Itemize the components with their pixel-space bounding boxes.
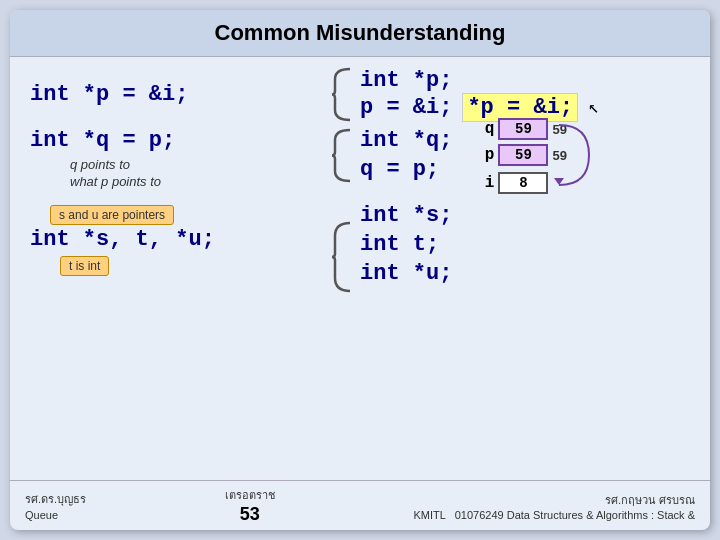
brace3 — [325, 203, 360, 293]
section3-right: int *s; int t; int *u; — [360, 203, 452, 286]
footer-author3: รศ.กฤษวน ศรบรณ — [605, 491, 695, 509]
mem-cell-q: 59 — [498, 118, 548, 140]
hint-box-pointers: s and u are pointers — [50, 205, 174, 225]
section1-left: int *p = &i; — [30, 82, 325, 107]
mem-label-q: q — [472, 120, 494, 138]
title-text: Common Misunderstanding — [215, 20, 506, 45]
footer-right: รศ.กฤษวน ศรบรณ KMITL 01076249 Data Struc… — [414, 491, 695, 521]
footer-center: เตรอตราช 53 — [225, 486, 275, 525]
memory-diagram: q 59 59 p 59 59 i 8 — [472, 118, 594, 197]
section1-right-line1: int *p; — [360, 68, 599, 93]
footer-author1: รศ.ดร.บุญธร — [25, 490, 86, 508]
section2-left-line1: int *q = p; — [30, 128, 325, 153]
hint-box-int: t is int — [60, 256, 109, 276]
mem-label-i: i — [472, 174, 494, 192]
section3-left: s and u are pointers int *s, t, *u; t is… — [30, 203, 325, 276]
section3-right-line3: int *u; — [360, 261, 452, 286]
arrow-area — [550, 170, 594, 195]
section3-right-line2: int t; — [360, 232, 452, 257]
section1: int *p = &i; int *p; p = &i; *p = &i; ↖ — [30, 67, 690, 122]
footer: รศ.ดร.บุญธร Queue เตรอตราช 53 รศ.กฤษวน ศ… — [10, 480, 710, 530]
section1-right-line2: p = &i; — [360, 95, 452, 120]
cursor-icon: ↖ — [588, 96, 599, 118]
footer-left: รศ.ดร.บุญธร Queue — [25, 490, 86, 521]
section1-left-code: int *p = &i; — [30, 82, 188, 107]
footer-course: KMITL 01076249 Data Structures & Algorit… — [414, 509, 695, 521]
section3: s and u are pointers int *s, t, *u; t is… — [30, 203, 690, 293]
annotation-line2: what p points to — [70, 174, 325, 189]
section2-right-line2: q = p; — [360, 157, 452, 182]
section2-right-group: int *q; q = p; q 59 59 p 59 59 — [360, 128, 594, 197]
footer-page-num: 53 — [240, 504, 260, 525]
footer-author2: เตรอตราช — [225, 486, 275, 504]
section3-hint-container: s and u are pointers — [50, 203, 325, 225]
footer-kmitl: KMITL — [414, 509, 446, 521]
mem-cell-i: 8 — [498, 172, 548, 194]
section1-right: int *p; p = &i; *p = &i; ↖ — [360, 68, 599, 122]
slide-title: Common Misunderstanding — [10, 10, 710, 57]
section2-right: int *q; q = p; — [360, 128, 452, 182]
mem-label-p: p — [472, 146, 494, 164]
hint2-container: t is int — [60, 254, 325, 276]
section3-left-line1: int *s, t, *u; — [30, 227, 325, 252]
mem-row-i: i 8 — [472, 170, 594, 195]
brace1 — [325, 67, 360, 122]
brace2 — [325, 128, 360, 183]
section2-left: int *q = p; q points to what p points to — [30, 128, 325, 189]
annotation-line1: q points to — [70, 157, 325, 172]
section2-annotation: q points to what p points to — [50, 155, 325, 189]
footer-queue: Queue — [25, 509, 86, 521]
slide-content: int *p = &i; int *p; p = &i; *p = &i; ↖ … — [10, 57, 710, 480]
section3-right-line1: int *s; — [360, 203, 452, 228]
footer-course-text: 01076249 Data Structures & Algorithms : … — [455, 509, 695, 521]
section2-right-line1: int *q; — [360, 128, 452, 153]
section2: int *q = p; q points to what p points to… — [30, 128, 690, 197]
slide: Common Misunderstanding int *p = &i; int… — [10, 10, 710, 530]
mem-cell-p: 59 — [498, 144, 548, 166]
